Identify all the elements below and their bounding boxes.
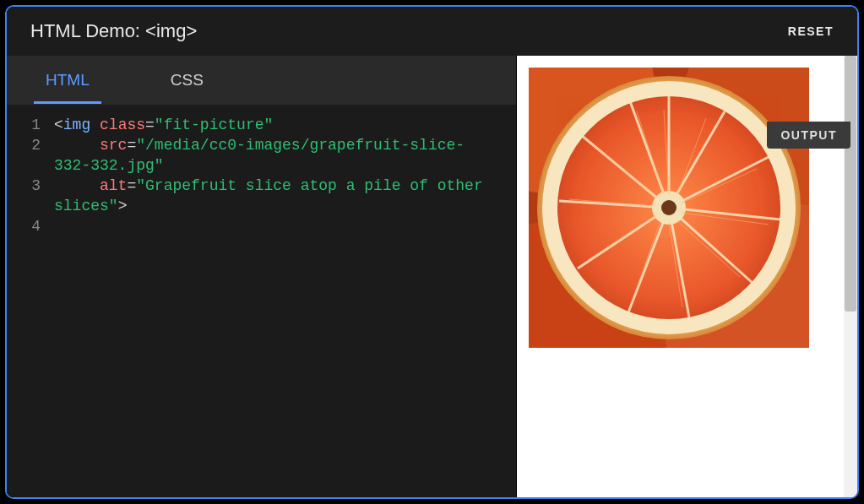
line-number: 4 [7,216,41,236]
output-image [529,68,809,348]
tok-string: "/media/cc0-images/grapefruit-slice- [136,137,465,154]
line-gutter: 1 2 3 4 [7,105,47,497]
tok-tag: img [63,117,90,133]
tok-attr: src [100,137,127,154]
demo-panel: HTML Demo: <img> RESET OUTPUT HTML CSS 1… [5,5,859,499]
tok-string: "fit-picture" [155,117,273,133]
line-number-blank [7,196,41,216]
tok-string: "Grapefruit slice atop a pile of other [136,177,492,194]
panel-content: OUTPUT HTML CSS 1 2 3 4 <img class="fit-… [7,56,857,497]
tok-indent [54,177,100,194]
code-text[interactable]: <img class="fit-picture" src="/media/cc0… [47,105,516,497]
line-number: 2 [7,135,41,155]
tab-html[interactable]: HTML [39,57,96,103]
tok-eq: = [127,177,136,194]
tok-attr: class [100,117,145,133]
svg-point-20 [661,200,677,215]
editor-pane: HTML CSS 1 2 3 4 <img class="fit-picture… [7,56,517,497]
output-badge: OUTPUT [767,122,850,149]
tok-string: slices" [54,198,118,214]
panel-title: HTML Demo: <img> [30,20,197,42]
output-scrollbar-thumb[interactable] [845,56,856,312]
panel-header: HTML Demo: <img> RESET [7,7,857,56]
tok-eq: = [127,137,136,154]
tok-bracket: > [118,198,128,214]
tab-css[interactable]: CSS [164,57,210,103]
line-number: 3 [7,176,41,196]
line-number-blank [7,155,41,176]
tok-space [90,117,100,133]
tok-attr: alt [100,177,127,194]
grapefruit-icon [529,68,809,348]
line-number: 1 [7,115,41,135]
tok-indent [54,137,100,154]
tok-eq: = [145,117,155,133]
tok-string: 332-332.jpg" [54,157,164,174]
tok-bracket: < [54,117,63,133]
code-editor[interactable]: 1 2 3 4 <img class="fit-picture" src="/m… [7,105,516,497]
reset-button[interactable]: RESET [788,24,834,38]
tab-bar: HTML CSS [7,56,516,105]
